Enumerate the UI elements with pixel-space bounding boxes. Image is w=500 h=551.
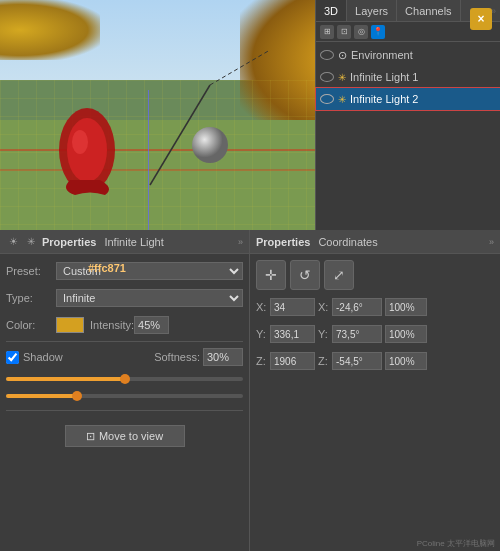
shadow-slider-fill (6, 377, 125, 381)
intensity-label: Intensity: (90, 319, 134, 331)
3d-viewport: 思绘设计论坛 www.missyuan.com × 3D Layers Chan… (0, 0, 500, 230)
left-panel-body: Preset: Custom #ffc871 Type: Infinite Co… (0, 254, 249, 453)
x-scale-input[interactable] (385, 298, 427, 316)
light1-icon: ✳ (338, 72, 346, 83)
x-pos-input[interactable] (270, 298, 315, 316)
preset-select[interactable]: Custom (56, 262, 243, 280)
left-panel-subtitle: Infinite Light (104, 236, 163, 248)
env-icon: ⊙ (338, 49, 347, 62)
move-coord-icon[interactable]: ✛ (256, 260, 286, 290)
left-panel-header: ☀ ✳ Properties Infinite Light » (0, 230, 249, 254)
separator-1 (6, 341, 243, 342)
intensity-input[interactable] (134, 316, 169, 334)
left-panel-icon2: ✳ (24, 235, 38, 249)
softness-slider-track[interactable] (6, 394, 243, 398)
list-item-light2[interactable]: ✳ Infinite Light 2 (316, 88, 500, 110)
x-rot-input[interactable] (332, 298, 382, 316)
x-axis-label: X: (256, 301, 270, 313)
softness-slider-fill (6, 394, 77, 398)
toolbar-icon-2[interactable]: ⊡ (337, 25, 351, 39)
tab-3d[interactable]: 3D (316, 0, 347, 21)
shadow-slider-area (6, 372, 243, 389)
scale-coord-icon[interactable]: ⤢ (324, 260, 354, 290)
left-panel-title: Properties (42, 236, 96, 248)
coord-z-row: Z: Z: (256, 350, 494, 372)
coord-y-row: Y: Y: (256, 323, 494, 345)
tab-layers[interactable]: Layers (347, 0, 397, 21)
coord-x-row: X: X: (256, 296, 494, 318)
light2-label: Infinite Light 2 (350, 93, 419, 105)
left-panel-icon1: ☀ (6, 235, 20, 249)
environment-label: Environment (351, 49, 413, 61)
y-rot-input[interactable] (332, 325, 382, 343)
eye-icon-environment[interactable] (320, 50, 334, 60)
blue-line (148, 90, 149, 230)
right-panel-title: Properties (256, 236, 310, 248)
z-scale-input[interactable] (385, 352, 427, 370)
right-panel-subtitle: Coordinates (318, 236, 377, 248)
shadow-slider-thumb[interactable] (120, 374, 130, 384)
z-pos-input[interactable] (270, 352, 315, 370)
z-rot-input[interactable] (332, 352, 382, 370)
right-properties-panel: Properties Coordinates » ✛ ↺ ⤢ X: X: Y: (250, 230, 500, 551)
light1-label: Infinite Light 1 (350, 71, 419, 83)
preset-row: Preset: Custom #ffc871 (6, 260, 243, 282)
right-panel-body: ✛ ↺ ⤢ X: X: Y: Y: Z: (250, 254, 500, 383)
left-panel-collapse[interactable]: » (238, 237, 243, 247)
shadow-row: Shadow Softness: (6, 346, 243, 368)
softness-input[interactable] (203, 348, 243, 366)
eye-icon-light2[interactable] (320, 94, 334, 104)
bottom-panels: ☀ ✳ Properties Infinite Light » Preset: … (0, 230, 500, 551)
toolbar-icon-1[interactable]: ⊞ (320, 25, 334, 39)
toolbar-icon-3[interactable]: ◎ (354, 25, 368, 39)
list-item-light1[interactable]: ✳ Infinite Light 1 (316, 66, 500, 88)
coord-icons-row: ✛ ↺ ⤢ (256, 260, 494, 290)
shadow-label: Shadow (23, 351, 83, 363)
shadow-checkbox[interactable] (6, 351, 19, 364)
move-to-view-button[interactable]: ⊡ Move to view (65, 425, 185, 447)
light2-icon: ✳ (338, 94, 346, 105)
move-icon: ⊡ (86, 430, 95, 443)
svg-line-8 (210, 50, 270, 85)
y-scale-input[interactable] (385, 325, 427, 343)
close-button[interactable]: × (470, 8, 492, 30)
z-axis-label: Z: (256, 355, 270, 367)
type-label: Type: (6, 292, 56, 304)
preset-label: Preset: (6, 265, 56, 277)
y-rot-label: Y: (318, 328, 332, 340)
light-line (0, 0, 315, 230)
rotate-coord-icon[interactable]: ↺ (290, 260, 320, 290)
move-label: Move to view (99, 430, 163, 442)
3d-layer-list: ⊙ Environment ✳ Infinite Light 1 ✳ Infin… (316, 42, 500, 112)
eye-icon-light1[interactable] (320, 72, 334, 82)
watermark2: PColine 太平洋电脑网 (417, 538, 495, 549)
x-rot-label: X: (318, 301, 332, 313)
softness-slider-area (6, 389, 243, 406)
tab-channels[interactable]: Channels (397, 0, 460, 21)
toolbar-icon-4[interactable]: 📍 (371, 25, 385, 39)
color-label: Color: (6, 319, 56, 331)
list-item-environment[interactable]: ⊙ Environment (316, 44, 500, 66)
left-properties-panel: ☀ ✳ Properties Infinite Light » Preset: … (0, 230, 250, 551)
svg-line-7 (150, 85, 210, 185)
separator-2 (6, 410, 243, 411)
color-intensity-row: Color: Intensity: (6, 314, 243, 336)
z-rot-label: Z: (318, 355, 332, 367)
hex-color-label: #ffc871 (88, 262, 126, 274)
type-row: Type: Infinite (6, 287, 243, 309)
right-panel-header: Properties Coordinates » (250, 230, 500, 254)
softness-label: Softness: (154, 351, 200, 363)
y-pos-input[interactable] (270, 325, 315, 343)
color-swatch[interactable] (56, 317, 84, 333)
3d-panel: 3D Layers Channels » ⊞ ⊡ ◎ 📍 ⊙ Environme… (315, 0, 500, 230)
y-axis-label: Y: (256, 328, 270, 340)
type-select[interactable]: Infinite (56, 289, 243, 307)
right-panel-collapse[interactable]: » (489, 237, 494, 247)
shadow-slider-track[interactable] (6, 377, 243, 381)
softness-slider-thumb[interactable] (72, 391, 82, 401)
